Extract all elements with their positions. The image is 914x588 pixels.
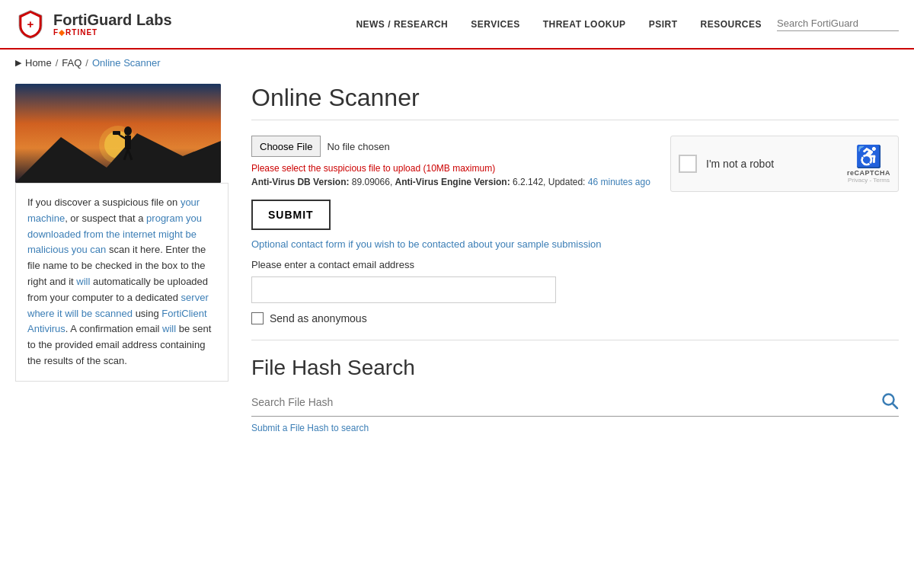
logo-title: FortiGuard Labs [53,11,172,28]
breadcrumb-faq[interactable]: FAQ [62,57,81,69]
main-nav: NEWS / RESEARCH SERVICES THREAT LOOKUP P… [356,19,762,30]
breadcrumb-current: Online Scanner [92,57,161,69]
sidebar-image [15,84,221,183]
recaptcha-brand: reCAPTCHA [847,169,890,177]
header: + FortiGuard Labs F◆RTINET NEWS / RESEAR… [0,0,914,50]
file-input-row: Choose File No file chosen [251,136,655,157]
av-db-version: 89.09066 [352,177,390,187]
breadcrumb-home[interactable]: Home [25,57,52,69]
nav-services[interactable]: SERVICES [471,19,519,30]
svg-line-13 [893,404,897,408]
anonymous-checkbox[interactable] [251,312,264,324]
upload-note: Please select the suspicious file to upl… [251,163,655,174]
content-area: Online Scanner Choose File No file chose… [251,84,899,433]
sidebar: If you discover a suspicious file on you… [15,84,228,433]
recaptcha-privacy[interactable]: Privacy [848,177,868,184]
breadcrumb-sep-1: / [56,57,59,69]
file-upload-group: Choose File No file chosen Please select… [251,136,655,187]
nav-news-research[interactable]: NEWS / RESEARCH [356,19,448,30]
breadcrumb: ▶ Home / FAQ / Online Scanner [0,50,914,76]
page-title: Online Scanner [251,84,899,112]
anonymous-label: Send as anonymous [270,312,367,324]
logo-area: + FortiGuard Labs F◆RTINET [15,9,172,40]
recaptcha-icon: ♿ [855,144,882,169]
av-engine-label: Anti-Virus Engine Version: [395,177,510,187]
search-icon [880,391,899,410]
search-input[interactable] [777,18,884,29]
recaptcha-label: I'm not a robot [706,158,847,170]
svg-point-5 [124,126,132,136]
anonymous-row: Send as anonymous [251,312,899,324]
file-hash-section: File Hash Search Submit a File Hash to s… [251,356,899,433]
email-label: Please enter a contact email address [251,259,899,270]
upload-meta: Anti-Virus DB Version: 89.09066, Anti-Vi… [251,177,655,187]
choose-file-button[interactable]: Choose File [251,136,321,157]
optional-contact-link[interactable]: Optional contact form if you wish to be … [251,238,602,250]
av-db-label: Anti-Virus DB Version: [251,177,349,187]
file-chosen-label: No file chosen [327,141,389,152]
title-divider [251,120,899,120]
nav-threat-lookup[interactable]: THREAT LOOKUP [543,19,626,30]
breadcrumb-sep-2: / [85,57,88,69]
av-engine-version: 6.2.142 [513,177,543,187]
recaptcha-logo: ♿ reCAPTCHA Privacy - Terms [847,144,890,184]
main-content: If you discover a suspicious file on you… [0,76,914,449]
hash-note: Submit a File Hash to search [251,423,899,433]
recaptcha-checkbox[interactable] [679,155,697,173]
recaptcha-links: Privacy - Terms [848,177,890,184]
recaptcha-box: I'm not a robot ♿ reCAPTCHA Privacy - Te… [670,136,899,192]
logo-subtitle: F◆RTINET [53,28,172,37]
recaptcha-terms[interactable]: Terms [873,177,890,184]
nav-resources[interactable]: RESOURCES [700,19,762,30]
fortiguard-logo-icon: + [15,9,46,40]
hash-search-row [251,391,899,417]
svg-text:+: + [27,18,34,30]
hash-search-button[interactable] [880,391,899,412]
svg-rect-6 [125,136,131,149]
upload-section: Choose File No file chosen Please select… [251,136,899,192]
section-divider [251,340,899,340]
hash-search-input[interactable] [251,396,880,408]
sidebar-description: If you discover a suspicious file on you… [15,183,228,382]
updated-time: 46 minutes ago [588,177,650,187]
submit-button[interactable]: SUBMIT [251,200,331,230]
updated-label: Updated: [548,177,586,187]
search-area [777,18,899,31]
nav-psirt[interactable]: PSIRT [649,19,678,30]
hash-search-title: File Hash Search [251,356,899,380]
email-input[interactable] [251,276,556,303]
logo-text-area: FortiGuard Labs F◆RTINET [53,11,172,37]
svg-rect-11 [113,131,120,135]
breadcrumb-arrow: ▶ [15,58,21,68]
